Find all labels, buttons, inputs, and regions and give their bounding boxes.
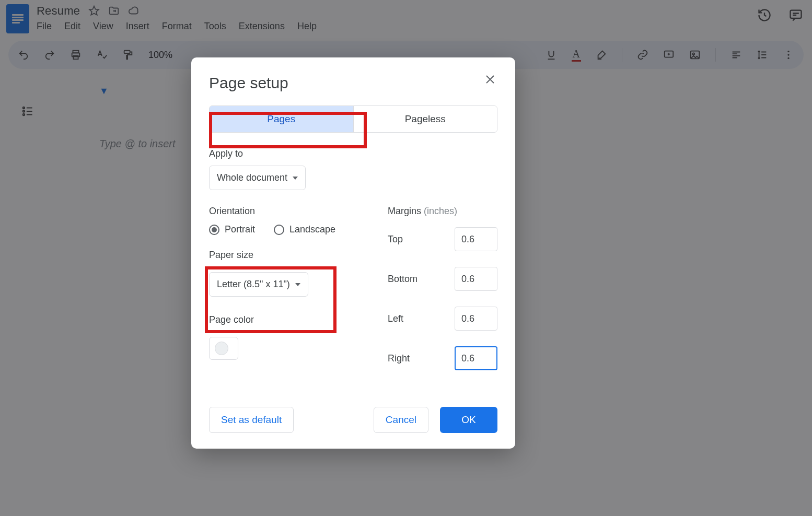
margin-right-input[interactable] <box>455 346 497 370</box>
page-setup-dialog: Page setup Pages Pageless Apply to Whole… <box>191 57 515 449</box>
margin-left-label: Left <box>388 313 403 324</box>
margin-left-input[interactable] <box>455 307 497 331</box>
chevron-down-icon <box>293 177 298 180</box>
paper-size-label: Paper size <box>209 250 367 261</box>
apply-to-value: Whole document <box>217 172 287 183</box>
margin-bottom-label: Bottom <box>388 274 417 285</box>
cancel-button[interactable]: Cancel <box>374 407 428 433</box>
chevron-down-icon <box>295 283 300 286</box>
page-color-label: Page color <box>209 314 367 325</box>
radio-dot-icon <box>209 225 219 235</box>
orientation-landscape-radio[interactable]: Landscape <box>274 224 335 235</box>
margin-top-input[interactable] <box>455 227 497 251</box>
paper-size-dropdown[interactable]: Letter (8.5" x 11") <box>209 272 308 297</box>
orientation-label: Orientation <box>209 206 367 217</box>
paper-size-value: Letter (8.5" x 11") <box>217 279 290 290</box>
apply-to-label: Apply to <box>209 148 497 159</box>
ok-button[interactable]: OK <box>440 407 497 433</box>
margin-bottom-input[interactable] <box>455 267 497 291</box>
radio-dot-icon <box>274 225 284 235</box>
page-color-swatch-icon <box>215 342 228 355</box>
dialog-title: Page setup <box>209 74 497 92</box>
margins-label: Margins (inches) <box>388 206 497 217</box>
margin-top-label: Top <box>388 234 403 245</box>
tab-pageless[interactable]: Pageless <box>353 106 497 132</box>
page-color-dropdown[interactable] <box>209 337 238 360</box>
page-mode-tabs: Pages Pageless <box>209 105 497 133</box>
orientation-portrait-label: Portrait <box>225 224 255 235</box>
orientation-portrait-radio[interactable]: Portrait <box>209 224 255 235</box>
margin-right-label: Right <box>388 353 410 364</box>
close-icon[interactable] <box>484 73 498 88</box>
apply-to-dropdown[interactable]: Whole document <box>209 166 306 190</box>
set-as-default-button[interactable]: Set as default <box>209 407 294 433</box>
orientation-landscape-label: Landscape <box>289 224 335 235</box>
tab-pages[interactable]: Pages <box>210 106 353 132</box>
